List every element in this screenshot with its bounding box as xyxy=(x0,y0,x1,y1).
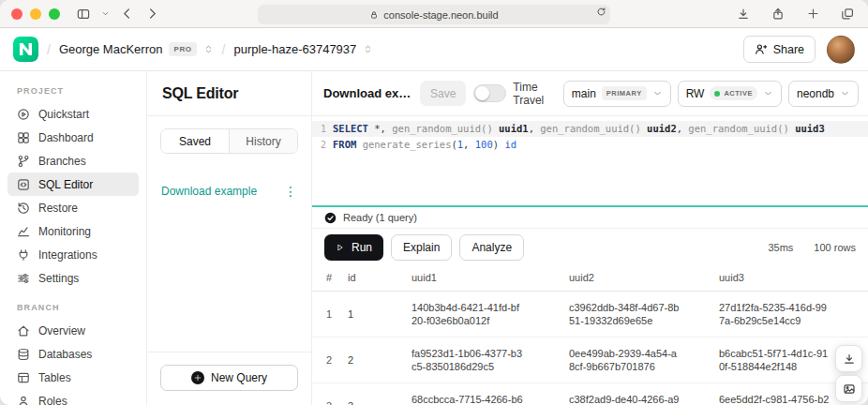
address-bar[interactable]: console-stage.neon.build xyxy=(258,5,610,24)
branch-primary-badge: PRIMARY xyxy=(602,86,647,100)
cell-value: fa9523d1-1b06-4377-b3c5-8350186d29c5 xyxy=(412,347,523,373)
org-plan-badge: PRO xyxy=(169,42,196,56)
time-travel-toggle[interactable] xyxy=(473,84,506,102)
query-metrics: 35ms 100 rows xyxy=(768,242,856,253)
close-button[interactable] xyxy=(11,8,22,20)
browser-forward-button[interactable] xyxy=(142,5,161,23)
reload-button[interactable] xyxy=(596,7,606,17)
sidebar-chevron-icon[interactable] xyxy=(99,5,111,23)
page-title: SQL Editor xyxy=(162,85,238,102)
sidebar-item-tables[interactable]: Tables xyxy=(7,366,139,389)
sidebar-item-branches[interactable]: Branches xyxy=(7,149,139,172)
sidebar-item-label: Dashboard xyxy=(38,131,94,144)
cell-value: 2 xyxy=(348,354,404,366)
branch-selector[interactable]: main PRIMARY xyxy=(563,81,671,107)
project-breadcrumb[interactable]: purple-haze-63747937 xyxy=(233,42,373,56)
project-name: purple-haze-63747937 xyxy=(233,42,356,56)
sidebar-item-label: Branches xyxy=(38,155,86,168)
sidebar-item-label: Monitoring xyxy=(38,225,91,238)
sidebar-item-sql-editor[interactable]: SQL Editor xyxy=(7,172,139,196)
chevron-selector-icon xyxy=(363,44,373,54)
app-header: George MacKerron PRO purple-haze-6374793… xyxy=(0,28,868,71)
share-label: Share xyxy=(773,43,804,56)
new-query-button[interactable]: New Query xyxy=(160,365,298,391)
sidebar-item-restore[interactable]: Restore xyxy=(7,196,139,219)
compute-status-badge: ACTIVE xyxy=(710,86,757,100)
browser-back-button[interactable] xyxy=(117,5,136,23)
tab-history[interactable]: History xyxy=(229,129,297,153)
sql-editor-area[interactable]: 1SELECT *, gen_random_uuid() uuid1, gen_… xyxy=(312,116,868,205)
save-button[interactable]: Save xyxy=(420,81,466,106)
new-query-label: New Query xyxy=(211,371,267,384)
toolbar-right: Time Travel main PRIMARY RW ACTIVE xyxy=(473,81,859,107)
monitoring-icon xyxy=(17,225,30,238)
browser-window: console-stage.neon.build George MacKerro… xyxy=(0,0,868,405)
minimize-button[interactable] xyxy=(30,8,41,20)
cell-value: 6ee5dd2f-c981-4756-b277-0784be7290b9 xyxy=(719,393,831,405)
ready-check-icon xyxy=(324,212,337,224)
tab-overview-button[interactable] xyxy=(838,5,857,23)
sidebar-item-label: SQL Editor xyxy=(38,178,93,191)
active-status-dot xyxy=(714,91,720,97)
results-table-container: #iduuid1uuid2uuid3 11140b3b4d-6421-41fd-… xyxy=(312,265,868,405)
database-selector[interactable]: neondb xyxy=(788,81,859,107)
tab-saved[interactable]: Saved xyxy=(161,129,229,153)
editor-line[interactable]: 1SELECT *, gen_random_uuid() uuid1, gen_… xyxy=(312,121,868,137)
neon-logo[interactable] xyxy=(13,37,38,62)
sidebar-toggle-button[interactable] xyxy=(74,5,93,23)
cell-value: 140b3b4d-6421-41fd-bf20-f03e6b0a012f xyxy=(412,301,523,327)
sidebar-item-label: Quickstart xyxy=(38,108,89,121)
screenshot-button[interactable] xyxy=(835,375,862,402)
run-label: Run xyxy=(352,241,372,254)
compute-selector[interactable]: RW ACTIVE xyxy=(678,81,782,107)
download-results-button[interactable] xyxy=(835,345,862,372)
saved-query-item[interactable]: Download example⋮ xyxy=(147,177,311,205)
result-row[interactable]: 3368ccbcca-7715-4266-b6c5-9f7a14ea6e5ec3… xyxy=(312,382,868,405)
url-text: console-stage.neon.build xyxy=(383,9,498,21)
result-row[interactable]: 11140b3b4d-6421-41fd-bf20-f03e6b0a012fc3… xyxy=(312,291,868,337)
org-breadcrumb[interactable]: George MacKerron PRO xyxy=(59,42,214,56)
sql-editor-panel: SQL Editor SavedHistory Download example… xyxy=(147,71,312,405)
column-header-id: id xyxy=(348,265,412,291)
kebab-menu-icon[interactable]: ⋮ xyxy=(284,184,297,199)
browser-share-button[interactable] xyxy=(769,5,787,23)
editor-line[interactable]: 2FROM generate_series(1, 100) id xyxy=(312,137,868,153)
sidebar: PROJECTQuickstartDashboardBranchesSQL Ed… xyxy=(0,71,147,405)
sidebar-item-label: Integrations xyxy=(38,248,97,262)
roles-icon xyxy=(17,395,30,405)
sidebar-section-branch: BRANCH xyxy=(0,303,146,312)
cell-value: c3962ddb-348f-4d67-8b51-19332d69e65e xyxy=(569,301,681,327)
query-toolbar: Download example Save Time Travel main P… xyxy=(312,71,868,116)
run-button[interactable]: Run xyxy=(324,234,383,261)
app-body: PROJECTQuickstartDashboardBranchesSQL Ed… xyxy=(0,71,868,405)
sidebar-item-dashboard[interactable]: Dashboard xyxy=(7,126,139,149)
breadcrumb-separator xyxy=(222,42,226,57)
downloads-button[interactable] xyxy=(734,5,753,23)
sidebar-item-integrations[interactable]: Integrations xyxy=(7,243,139,266)
sidebar-item-quickstart[interactable]: Quickstart xyxy=(7,102,139,126)
sidebar-item-overview[interactable]: Overview xyxy=(7,319,139,342)
share-button[interactable]: Share xyxy=(743,36,816,63)
saved-query-name: Download example xyxy=(161,185,257,198)
integrations-icon xyxy=(17,248,30,262)
explain-button[interactable]: Explain xyxy=(391,234,452,261)
column-header-uuid3: uuid3 xyxy=(719,265,868,291)
user-avatar[interactable] xyxy=(827,36,855,64)
chevron-down-icon xyxy=(763,88,773,98)
breadcrumb-separator xyxy=(47,42,51,57)
analyze-button[interactable]: Analyze xyxy=(459,234,524,261)
tables-icon xyxy=(17,371,30,384)
zoom-button[interactable] xyxy=(49,8,60,20)
sidebar-item-label: Databases xyxy=(38,348,92,361)
sidebar-item-roles[interactable]: Roles xyxy=(7,389,139,405)
sidebar-item-databases[interactable]: Databases xyxy=(7,342,139,366)
chevron-down-icon xyxy=(840,88,850,98)
result-row[interactable]: 22fa9523d1-1b06-4377-b3c5-8350186d29c50e… xyxy=(312,337,868,382)
actions-bar: Run Explain Analyze 35ms 100 rows xyxy=(312,229,868,265)
sidebar-item-settings[interactable]: Settings xyxy=(7,266,139,290)
compute-name: RW xyxy=(686,87,705,100)
new-tab-button[interactable] xyxy=(803,5,822,23)
cell-value: 1 xyxy=(348,308,404,320)
org-name: George MacKerron xyxy=(59,42,163,56)
sidebar-item-monitoring[interactable]: Monitoring xyxy=(7,219,139,243)
